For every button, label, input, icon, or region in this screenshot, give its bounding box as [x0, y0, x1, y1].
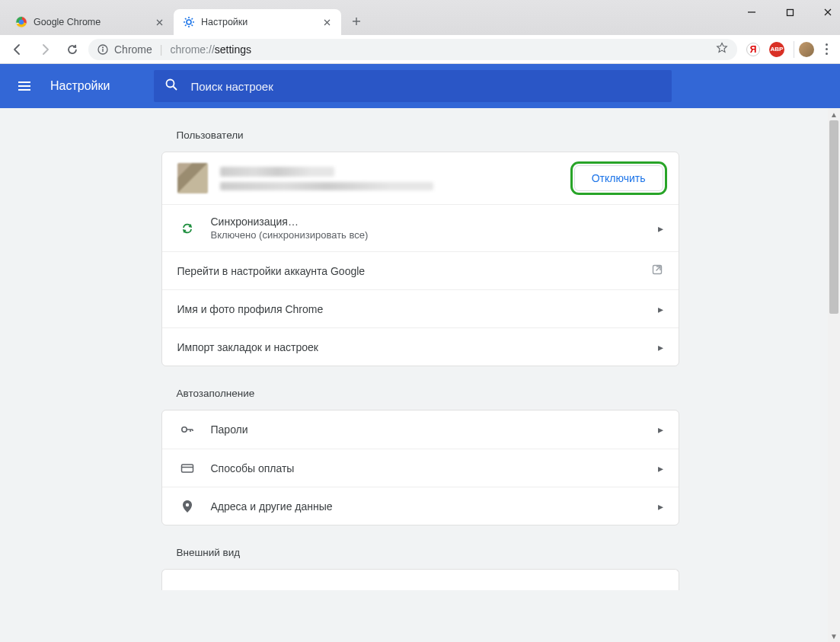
tab-title: Google Chrome — [34, 17, 148, 27]
open-external-icon — [651, 264, 663, 278]
row-label: Перейти в настройки аккаунта Google — [177, 265, 637, 277]
row-label: Импорт закладок и настроек — [177, 341, 644, 353]
sync-icon — [177, 222, 197, 235]
chevron-right-icon: ▸ — [658, 303, 663, 315]
account-identity — [220, 167, 562, 190]
scroll-thumb[interactable] — [829, 120, 838, 314]
chevron-right-icon: ▸ — [658, 423, 663, 436]
toolbar: Chrome | chrome://settings Я ABP — [0, 35, 840, 64]
forward-button[interactable] — [34, 38, 56, 61]
tab-title: Настройки — [201, 17, 315, 27]
hamburger-menu-button[interactable] — [11, 72, 38, 100]
appearance-card — [161, 569, 679, 590]
section-title-users: Пользователи — [161, 129, 679, 141]
tab-inactive[interactable]: Google Chrome — [6, 9, 174, 35]
window-maximize-button[interactable] — [782, 5, 797, 20]
scroll-up-icon[interactable]: ▲ — [828, 108, 840, 120]
import-bookmarks-row[interactable]: Импорт закладок и настроек ▸ — [162, 327, 679, 366]
page-title: Настройки — [50, 79, 110, 93]
key-icon — [177, 422, 197, 437]
profile-avatar[interactable] — [799, 42, 814, 57]
autofill-card: Пароли ▸ Способы оплаты ▸ Адреса и други… — [161, 410, 679, 525]
svg-line-30 — [174, 87, 177, 91]
svg-point-39 — [185, 503, 188, 506]
users-card: Отключить Синхронизация… Включено (синхр… — [161, 152, 679, 366]
address-path: settings — [215, 43, 251, 56]
section-title-autofill: Автозаполнение — [161, 388, 679, 399]
svg-rect-37 — [181, 465, 193, 472]
svg-line-17 — [185, 25, 187, 27]
chevron-right-icon: ▸ — [658, 462, 663, 474]
kebab-menu-button[interactable] — [819, 42, 834, 57]
close-icon[interactable] — [154, 17, 164, 27]
site-info-icon[interactable]: Chrome — [97, 43, 152, 56]
google-account-row[interactable]: Перейти в настройки аккаунта Google — [162, 251, 679, 289]
svg-line-16 — [192, 25, 193, 27]
new-tab-button[interactable] — [346, 11, 367, 32]
row-label: Имя и фото профиля Chrome — [177, 303, 644, 315]
account-row: Отключить — [162, 152, 679, 204]
addresses-row[interactable]: Адреса и другие данные ▸ — [162, 487, 679, 525]
row-label: Способы оплаты — [211, 462, 644, 474]
sync-row[interactable]: Синхронизация… Включено (синхронизироват… — [162, 204, 679, 251]
tab-active[interactable]: Настройки — [174, 9, 341, 35]
tabstrip: Google Chrome Настройки — [0, 0, 840, 35]
chevron-right-icon: ▸ — [658, 500, 663, 513]
sync-subtitle: Включено (синхронизировать все) — [211, 229, 644, 241]
scrollbar[interactable]: ▲ ▼ — [828, 108, 840, 642]
row-label: Пароли — [211, 423, 644, 436]
close-icon[interactable] — [321, 17, 332, 27]
window-minimize-button[interactable] — [744, 5, 759, 20]
search-container — [154, 70, 672, 102]
account-avatar — [177, 163, 208, 193]
settings-header: Настройки — [0, 64, 840, 108]
secure-label: Chrome — [114, 43, 152, 56]
chrome-icon — [15, 16, 27, 28]
location-icon — [177, 499, 197, 514]
svg-point-24 — [102, 46, 104, 48]
adblock-icon[interactable]: ABP — [769, 42, 784, 57]
profile-name-row[interactable]: Имя и фото профиля Chrome ▸ — [162, 289, 679, 327]
gear-icon — [183, 16, 195, 28]
svg-line-18 — [192, 18, 193, 20]
svg-line-15 — [185, 18, 187, 20]
window-close-button[interactable] — [820, 5, 835, 20]
scroll-down-icon[interactable]: ▼ — [828, 630, 840, 642]
star-icon[interactable] — [716, 42, 728, 56]
svg-line-32 — [656, 267, 660, 271]
svg-point-29 — [167, 80, 174, 88]
browser-window: Google Chrome Настройки — [0, 0, 840, 642]
section-title-appearance: Внешний вид — [161, 547, 679, 558]
extension-icons: Я ABP — [742, 42, 789, 57]
reload-button[interactable] — [61, 38, 84, 61]
payments-row[interactable]: Способы оплаты ▸ — [162, 449, 679, 487]
svg-point-33 — [181, 427, 186, 432]
chevron-right-icon: ▸ — [658, 222, 663, 235]
chevron-right-icon: ▸ — [658, 341, 663, 353]
content-area: Пользователи Отключить Синхронизация… — [0, 108, 840, 642]
svg-rect-25 — [102, 49, 103, 52]
address-bar[interactable]: Chrome | chrome://settings — [88, 39, 737, 60]
search-input[interactable] — [189, 79, 661, 94]
search-icon — [164, 78, 178, 94]
address-scheme: chrome:// — [170, 43, 214, 56]
disconnect-button[interactable]: Отключить — [574, 165, 663, 191]
passwords-row[interactable]: Пароли ▸ — [162, 410, 679, 449]
credit-card-icon — [177, 461, 197, 476]
svg-point-10 — [187, 20, 191, 24]
svg-rect-1 — [787, 9, 793, 15]
window-controls — [744, 0, 835, 27]
svg-point-7 — [20, 21, 24, 24]
back-button[interactable] — [6, 38, 29, 61]
yandex-icon[interactable]: Я — [746, 43, 760, 56]
sync-title: Синхронизация… — [211, 216, 644, 228]
row-label: Адреса и другие данные — [211, 500, 644, 513]
